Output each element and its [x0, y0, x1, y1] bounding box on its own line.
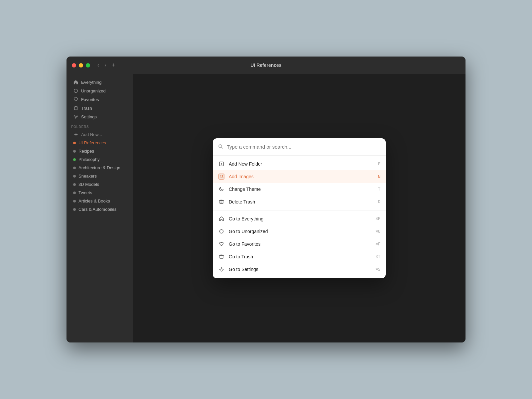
- add-new-folder-shortcut: F: [378, 162, 380, 166]
- search-bar: [213, 138, 386, 156]
- sidebar-item-everything[interactable]: Everything: [68, 78, 131, 86]
- folder-dot: [73, 183, 76, 186]
- folder-dot: [73, 158, 76, 161]
- svg-rect-5: [219, 174, 224, 179]
- nav-controls: ‹ › +: [95, 61, 117, 69]
- sidebar-folder-cars[interactable]: Cars & Automobiles: [68, 205, 131, 213]
- svg-point-6: [220, 175, 221, 176]
- go-trash-shortcut: ⌘T: [376, 254, 380, 259]
- minimize-button[interactable]: [79, 63, 83, 67]
- go-everything-label: Go to Everything: [229, 216, 372, 221]
- go-favorites-shortcut: ⌘F: [376, 242, 380, 246]
- house2-icon: [218, 215, 225, 222]
- trash-icon: [73, 105, 78, 111]
- search-icon: [218, 144, 223, 149]
- svg-rect-9: [220, 255, 223, 258]
- sidebar-item-unorganized[interactable]: Unorganized: [68, 86, 131, 95]
- back-button[interactable]: ‹: [95, 61, 101, 69]
- sidebar: Everything Unorganized Favorites: [66, 74, 133, 342]
- maximize-button[interactable]: [86, 63, 90, 67]
- go-trash-label: Go to Trash: [229, 254, 372, 259]
- go-favorites-label: Go to Favorites: [229, 241, 372, 247]
- delete-trash-label: Delete Trash: [229, 199, 374, 204]
- sidebar-folder-articles[interactable]: Articles & Books: [68, 197, 131, 205]
- sidebar-folder-tweets[interactable]: Tweets: [68, 189, 131, 197]
- trash3-icon: [218, 253, 225, 260]
- go-unorganized-shortcut: ⌘U: [376, 229, 380, 234]
- sidebar-folder-sneakers[interactable]: Sneakers: [68, 172, 131, 180]
- sidebar-folder-add-new[interactable]: Add New...: [68, 130, 131, 139]
- go-everything-shortcut: ⌘E: [376, 216, 380, 221]
- svg-rect-7: [220, 200, 223, 203]
- folder-dot: [73, 208, 76, 211]
- add-new-folder-label: Add New Folder: [229, 161, 374, 167]
- moon-icon: [218, 186, 225, 193]
- command-go-settings[interactable]: Go to Settings ⌘S: [213, 263, 386, 276]
- command-go-everything[interactable]: Go to Everything ⌘E: [213, 212, 386, 225]
- command-add-images[interactable]: Add Images N: [213, 170, 386, 183]
- add-button[interactable]: +: [110, 61, 117, 69]
- change-theme-label: Change Theme: [229, 187, 374, 192]
- folder-dot: [73, 167, 76, 169]
- command-list: Add New Folder F: [213, 156, 386, 278]
- change-theme-shortcut: T: [378, 187, 380, 192]
- sidebar-folder-philosophy[interactable]: Philosophy: [68, 155, 131, 164]
- svg-rect-1: [74, 107, 77, 110]
- traffic-lights: [72, 63, 90, 67]
- folder-dot: [73, 175, 76, 178]
- plus-icon: [73, 132, 78, 137]
- sidebar-item-favorites[interactable]: Favorites: [68, 95, 131, 104]
- svg-point-10: [221, 269, 222, 270]
- search-input[interactable]: [227, 144, 380, 150]
- command-go-favorites[interactable]: Go to Favorites ⌘F: [213, 238, 386, 250]
- command-section-navigation: Go to Everything ⌘E Go to Uno: [213, 212, 386, 276]
- go-settings-label: Go to Settings: [229, 267, 372, 272]
- command-delete-trash[interactable]: Delete Trash D: [213, 196, 386, 208]
- app-body: Everything Unorganized Favorites: [66, 74, 466, 342]
- trash2-icon: [218, 199, 225, 205]
- gear-icon: [73, 114, 78, 119]
- heart2-icon: [218, 241, 225, 247]
- window-title: UI References: [250, 63, 281, 68]
- sidebar-folder-architecture[interactable]: Architecture & Design: [68, 164, 131, 172]
- folder-dot: [73, 200, 76, 202]
- overlay[interactable]: Add New Folder F: [133, 74, 466, 342]
- sidebar-folder-ui-references[interactable]: UI References: [68, 139, 131, 147]
- sidebar-folder-3d-models[interactable]: 3D Models: [68, 180, 131, 189]
- heart-icon: [73, 97, 78, 102]
- folder-dot: [73, 150, 76, 153]
- add-images-shortcut: N: [378, 174, 380, 179]
- close-button[interactable]: [72, 63, 76, 67]
- gear2-icon: [218, 266, 225, 273]
- app-window: ‹ › + UI References Everything: [66, 57, 466, 342]
- svg-point-2: [75, 116, 76, 117]
- folder-dot: [73, 142, 76, 144]
- sidebar-folder-recipes[interactable]: Recipes: [68, 147, 131, 155]
- house-icon: [73, 79, 78, 85]
- svg-point-0: [74, 89, 78, 93]
- go-settings-shortcut: ⌘S: [376, 267, 380, 272]
- add-images-label: Add Images: [229, 174, 374, 179]
- title-bar: ‹ › + UI References: [66, 57, 466, 74]
- go-unorganized-label: Go to Unorganized: [229, 229, 372, 234]
- sidebar-item-trash[interactable]: Trash: [68, 104, 131, 112]
- command-change-theme[interactable]: Change Theme T: [213, 183, 386, 196]
- file-plus-icon: [218, 161, 225, 167]
- add-images-icon: [218, 173, 225, 180]
- command-go-trash[interactable]: Go to Trash ⌘T: [213, 250, 386, 263]
- svg-point-3: [219, 145, 222, 148]
- command-palette: Add New Folder F: [213, 138, 386, 278]
- sidebar-item-settings[interactable]: Settings: [68, 112, 131, 121]
- delete-trash-shortcut: D: [378, 200, 380, 204]
- command-add-new-folder[interactable]: Add New Folder F: [213, 158, 386, 170]
- command-section-actions: Add New Folder F: [213, 158, 386, 208]
- folders-section-label: FOLDERS: [66, 121, 133, 130]
- folder-dot: [73, 192, 76, 194]
- circle-icon: [73, 88, 78, 93]
- command-separator: [213, 210, 386, 210]
- svg-point-8: [220, 229, 223, 233]
- circle2-icon: [218, 228, 225, 235]
- command-go-unorganized[interactable]: Go to Unorganized ⌘U: [213, 225, 386, 238]
- main-content: Nothing here but dust.: [133, 74, 466, 342]
- forward-button[interactable]: ›: [102, 61, 108, 69]
